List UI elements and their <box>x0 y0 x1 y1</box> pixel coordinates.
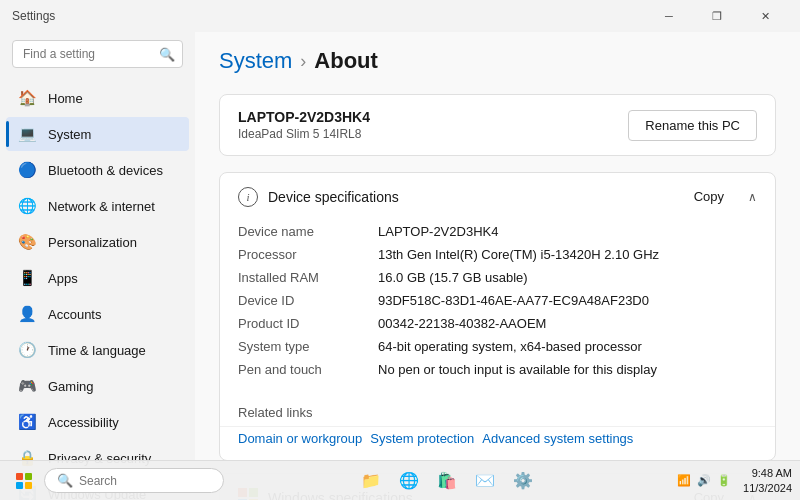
sidebar-item-network[interactable]: 🌐 Network & internet <box>6 189 189 223</box>
taskbar-app-explorer[interactable]: 📁 <box>353 463 389 499</box>
window-controls: ─ ❐ ✕ <box>646 0 788 32</box>
spec-value: 13th Gen Intel(R) Core(TM) i5-13420H 2.1… <box>378 247 659 262</box>
spec-label: Device ID <box>238 293 378 308</box>
sidebar-item-label: Time & language <box>48 343 146 358</box>
search-icon: 🔍 <box>159 47 175 62</box>
sidebar-item-label: Bluetooth & devices <box>48 163 163 178</box>
spec-value: 93DF518C-83D1-46AE-AA77-EC9A48AF23D0 <box>378 293 649 308</box>
sidebar-item-label: Network & internet <box>48 199 155 214</box>
section-header-left: i Device specifications <box>238 187 399 207</box>
spec-label: Pen and touch <box>238 362 378 377</box>
rename-pc-button[interactable]: Rename this PC <box>628 110 757 141</box>
titlebar: Settings ─ ❐ ✕ <box>0 0 800 32</box>
gaming-icon: 🎮 <box>18 377 36 395</box>
pc-model: IdeaPad Slim 5 14IRL8 <box>238 127 370 141</box>
taskbar-right: 📶 🔊 🔋 9:48 AM 11/3/2024 <box>669 466 792 495</box>
system-protection-link[interactable]: System protection <box>370 431 474 446</box>
sidebar-item-label: Accounts <box>48 307 101 322</box>
related-links: Domain or workgroup System protection Ad… <box>220 426 775 460</box>
time-icon: 🕐 <box>18 341 36 359</box>
device-specs-card: i Device specifications Copy ∧ Device na… <box>219 172 776 461</box>
spec-label: Installed RAM <box>238 270 378 285</box>
app-container: 🔍 🏠 Home 💻 System 🔵 Bluetooth & devices … <box>0 32 800 500</box>
sidebar-item-accessibility[interactable]: ♿ Accessibility <box>6 405 189 439</box>
sidebar-item-label: Accessibility <box>48 415 119 430</box>
domain-workgroup-link[interactable]: Domain or workgroup <box>238 431 362 446</box>
start-button[interactable] <box>8 465 40 497</box>
clock[interactable]: 9:48 AM 11/3/2024 <box>743 466 792 495</box>
sidebar-item-accounts[interactable]: 👤 Accounts <box>6 297 189 331</box>
sidebar-item-label: System <box>48 127 91 142</box>
taskbar: 🔍 📁 🌐 🛍️ ✉️ ⚙️ 📶 🔊 🔋 9:48 AM 11/3/2024 <box>0 460 800 500</box>
taskbar-app-mail[interactable]: ✉️ <box>467 463 503 499</box>
wifi-icon: 📶 <box>677 474 691 487</box>
breadcrumb: System › About <box>219 48 776 74</box>
sidebar-item-home[interactable]: 🏠 Home <box>6 81 189 115</box>
spec-value: 16.0 GB (15.7 GB usable) <box>378 270 528 285</box>
related-links-label: Related links <box>220 397 775 426</box>
spec-row-device-id: Device ID 93DF518C-83D1-46AE-AA77-EC9A48… <box>238 289 757 312</box>
taskbar-left: 🔍 <box>8 465 224 497</box>
device-specs-header[interactable]: i Device specifications Copy ∧ <box>220 173 775 220</box>
search-box[interactable]: 🔍 <box>12 40 183 68</box>
spec-row-processor: Processor 13th Gen Intel(R) Core(TM) i5-… <box>238 243 757 266</box>
minimize-button[interactable]: ─ <box>646 0 692 32</box>
taskbar-app-store[interactable]: 🛍️ <box>429 463 465 499</box>
spec-label: Product ID <box>238 316 378 331</box>
spec-value: LAPTOP-2V2D3HK4 <box>378 224 498 239</box>
section-header-right: Copy ∧ <box>686 185 757 208</box>
taskbar-app-browser[interactable]: 🌐 <box>391 463 427 499</box>
sidebar: 🔍 🏠 Home 💻 System 🔵 Bluetooth & devices … <box>0 32 195 500</box>
pc-info: LAPTOP-2V2D3HK4 IdeaPad Slim 5 14IRL8 <box>238 109 370 141</box>
sidebar-item-label: Apps <box>48 271 78 286</box>
taskbar-app-settings[interactable]: ⚙️ <box>505 463 541 499</box>
windows-start-icon <box>16 473 32 489</box>
sidebar-item-apps[interactable]: 📱 Apps <box>6 261 189 295</box>
device-specs-copy-button[interactable]: Copy <box>686 185 732 208</box>
taskbar-search-input[interactable] <box>79 474 211 488</box>
breadcrumb-separator: › <box>300 51 306 72</box>
sidebar-item-time[interactable]: 🕐 Time & language <box>6 333 189 367</box>
search-taskbar-icon: 🔍 <box>57 473 73 488</box>
spec-row-system-type: System type 64-bit operating system, x64… <box>238 335 757 358</box>
accessibility-icon: ♿ <box>18 413 36 431</box>
sidebar-item-label: Personalization <box>48 235 137 250</box>
system-tray[interactable]: 📶 🔊 🔋 <box>669 470 739 491</box>
accounts-icon: 👤 <box>18 305 36 323</box>
sidebar-item-system[interactable]: 💻 System <box>6 117 189 151</box>
sidebar-item-personalization[interactable]: 🎨 Personalization <box>6 225 189 259</box>
spec-row-device-name: Device name LAPTOP-2V2D3HK4 <box>238 220 757 243</box>
device-specs-table: Device name LAPTOP-2V2D3HK4 Processor 13… <box>220 220 775 397</box>
sidebar-item-label: Gaming <box>48 379 94 394</box>
home-icon: 🏠 <box>18 89 36 107</box>
app-title: Settings <box>12 9 55 23</box>
battery-icon: 🔋 <box>717 474 731 487</box>
pc-name: LAPTOP-2V2D3HK4 <box>238 109 370 125</box>
clock-date: 11/3/2024 <box>743 481 792 495</box>
spec-label: Device name <box>238 224 378 239</box>
search-input[interactable] <box>12 40 183 68</box>
sidebar-item-gaming[interactable]: 🎮 Gaming <box>6 369 189 403</box>
chevron-up-icon: ∧ <box>748 190 757 204</box>
info-icon: i <box>238 187 258 207</box>
apps-icon: 📱 <box>18 269 36 287</box>
taskbar-apps: 📁 🌐 🛍️ ✉️ ⚙️ <box>353 463 541 499</box>
breadcrumb-current: About <box>314 48 378 74</box>
sidebar-item-bluetooth[interactable]: 🔵 Bluetooth & devices <box>6 153 189 187</box>
system-icon: 💻 <box>18 125 36 143</box>
spec-row-pen-touch: Pen and touch No pen or touch input is a… <box>238 358 757 381</box>
spec-value: 64-bit operating system, x64-based proce… <box>378 339 642 354</box>
pc-name-card: LAPTOP-2V2D3HK4 IdeaPad Slim 5 14IRL8 Re… <box>219 94 776 156</box>
spec-value: 00342-22138-40382-AAOEM <box>378 316 546 331</box>
network-icon: 🌐 <box>18 197 36 215</box>
maximize-button[interactable]: ❐ <box>694 0 740 32</box>
close-button[interactable]: ✕ <box>742 0 788 32</box>
advanced-system-settings-link[interactable]: Advanced system settings <box>482 431 633 446</box>
taskbar-search[interactable]: 🔍 <box>44 468 224 493</box>
sidebar-item-label: Home <box>48 91 83 106</box>
spec-label: Processor <box>238 247 378 262</box>
breadcrumb-parent[interactable]: System <box>219 48 292 74</box>
spec-row-ram: Installed RAM 16.0 GB (15.7 GB usable) <box>238 266 757 289</box>
clock-time: 9:48 AM <box>743 466 792 480</box>
volume-icon: 🔊 <box>697 474 711 487</box>
